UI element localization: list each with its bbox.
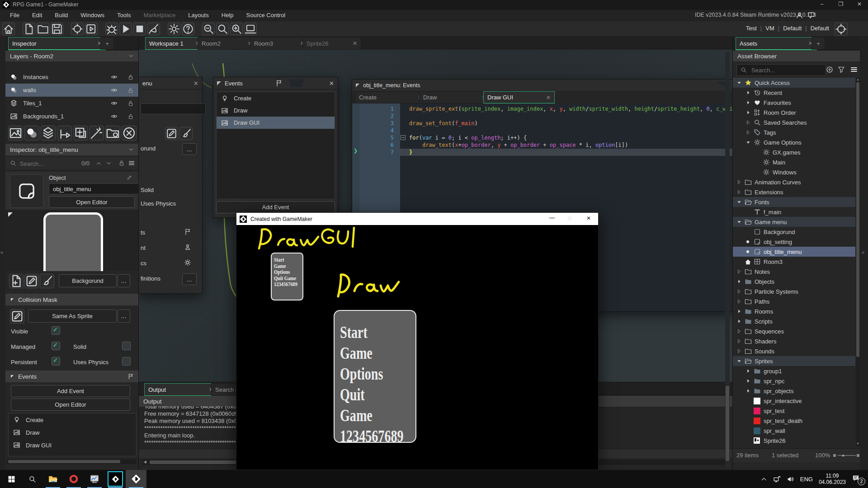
menu-help[interactable]: Help — [215, 10, 240, 20]
network-icon[interactable] — [773, 475, 781, 483]
caret-right-icon[interactable] — [736, 309, 742, 314]
menu-edit[interactable]: Edit — [26, 10, 48, 20]
asset-particle-systems[interactable]: Particle Systems — [733, 286, 855, 296]
asset-spr-interactive[interactable]: spr_interactive — [733, 396, 855, 406]
edit-mask-button[interactable] — [10, 309, 24, 324]
taskbar-gamemaker-ide[interactable] — [105, 470, 126, 488]
preview-corner-handle[interactable] — [8, 212, 13, 217]
lock-icon[interactable] — [127, 87, 134, 94]
event-item-draw[interactable]: Draw — [217, 104, 335, 117]
debug-button[interactable] — [105, 23, 118, 35]
caret-right-icon[interactable] — [745, 130, 751, 135]
caret-right-icon[interactable] — [736, 338, 742, 344]
menu-file[interactable]: File — [4, 10, 26, 20]
taskbar-opera-browser[interactable] — [63, 470, 84, 488]
scroll-left-arrow-icon[interactable]: ◀ — [143, 460, 146, 464]
menu-layouts[interactable]: Layouts — [182, 10, 215, 20]
sprite-select-button[interactable]: Backgorund — [59, 274, 117, 287]
caret-down-icon[interactable] — [745, 140, 751, 145]
object-name-field[interactable]: obj_title_menu — [49, 183, 141, 194]
taskbar-task-manager[interactable] — [84, 470, 105, 488]
menu-tools[interactable]: Tools — [111, 10, 137, 20]
pencil-icon[interactable] — [127, 174, 132, 180]
asset-wind-ows[interactable]: Wind​ows — [733, 167, 855, 177]
asset-animation-curves[interactable]: Animation Curves — [733, 177, 855, 187]
delete-layer-button[interactable] — [122, 126, 137, 141]
asset-tags[interactable]: Tags — [733, 127, 855, 137]
minimize-button[interactable]: – — [813, 1, 831, 7]
minimize-button[interactable]: — — [545, 215, 559, 221]
same-as-sprite-button[interactable]: Same As Sprite — [28, 310, 117, 323]
caret-right-icon[interactable] — [736, 289, 742, 294]
game-window[interactable]: Created with GameMaker — □ ✕ Start GameO… — [236, 212, 599, 470]
zoom-reset-button[interactable] — [216, 23, 229, 35]
layers-header[interactable]: Layers - Room2 — [5, 51, 138, 61]
collision-mask-header[interactable]: Collision Mask — [5, 294, 138, 305]
add-asset-layer-button[interactable] — [73, 126, 88, 141]
object-thumbnail[interactable] — [10, 174, 43, 208]
asset-scripts[interactable]: Scripts — [733, 316, 855, 326]
create-executable-button[interactable] — [85, 23, 98, 35]
asset-room-order[interactable]: Room Order — [733, 108, 855, 117]
lock-icon[interactable] — [127, 113, 134, 120]
edit-sprite-button[interactable] — [24, 274, 39, 288]
caret-right-icon[interactable] — [736, 348, 742, 354]
visibility-eye-icon[interactable] — [111, 100, 118, 107]
caret-right-icon[interactable] — [745, 368, 751, 374]
asset-spr-objects[interactable]: spr_objects — [733, 386, 855, 396]
partial-object-window[interactable]: enu ✕ orund … Solid Uses Physics ts nt c… — [139, 77, 203, 294]
lock-icon[interactable] — [127, 74, 134, 80]
code-line-5[interactable]: 5for(var i = 0; i < op_length; i++) {− — [352, 134, 732, 141]
assets-search-input[interactable] — [750, 66, 811, 74]
visibility-eye-icon[interactable] — [111, 74, 118, 80]
stop-button[interactable] — [133, 23, 146, 35]
code-line-3[interactable]: 3draw_set_font(f_main) — [352, 120, 732, 127]
add-tile-layer-button[interactable] — [41, 126, 56, 141]
asset-game-menu[interactable]: Game menu — [733, 217, 855, 227]
asset-room3[interactable]: Room3 — [733, 257, 855, 267]
add-asset-icon[interactable] — [826, 66, 833, 73]
add-background-layer-button[interactable] — [8, 126, 23, 141]
taskbar-windows-search[interactable] — [22, 470, 42, 488]
asset-spr-test[interactable]: spr_test — [733, 406, 855, 416]
tab-sprite26[interactable]: Sprite26✕ — [302, 37, 361, 50]
partial-more-button-2[interactable]: … — [182, 273, 197, 285]
layer-row-backgrounds_1[interactable]: Backgrounds_1 — [5, 110, 138, 123]
event-item-draw[interactable]: Draw — [9, 426, 136, 439]
close-icon[interactable]: ✕ — [329, 80, 334, 87]
asset-obj-setting[interactable]: obj_setting — [733, 237, 855, 247]
caret-right-icon[interactable] — [736, 279, 742, 284]
add-effect-layer-button[interactable] — [89, 126, 104, 141]
caret-down-icon[interactable] — [736, 219, 742, 225]
clean-button[interactable] — [147, 23, 160, 35]
tab-workspace-1[interactable]: Workspace 1✕ — [145, 37, 204, 50]
caret-right-icon[interactable] — [745, 378, 751, 384]
code-line-1[interactable]: 1draw_sprite_ext(sprite_index, image_ind… — [352, 105, 732, 113]
hamburger-icon[interactable] — [850, 66, 858, 73]
tab-room3[interactable]: Room3✕ — [250, 37, 309, 50]
checkbox-managed[interactable] — [52, 342, 60, 350]
checkbox-visible[interactable] — [52, 326, 60, 335]
add-instance-layer-button[interactable] — [24, 126, 39, 141]
asset-fonts[interactable]: Fonts — [733, 197, 855, 207]
add-tab-button[interactable]: + — [100, 37, 114, 50]
asset-gx-games[interactable]: GX.games — [733, 147, 855, 157]
add-folder-layer-button[interactable] — [105, 126, 120, 141]
caret-right-icon[interactable] — [745, 90, 751, 95]
caret-right-icon[interactable] — [736, 328, 742, 334]
hamburger-icon[interactable] — [128, 160, 135, 166]
game-viewport[interactable]: Start GameOptionsQuit Game1234567689 Sta… — [236, 225, 598, 469]
asset-paths[interactable]: Paths — [733, 296, 855, 306]
assets-search-box[interactable] — [736, 64, 826, 76]
zoom-slider-thumb[interactable]: ▲ — [841, 453, 845, 457]
inspector-hscrollbar[interactable] — [7, 459, 137, 464]
scroll-down-arrow-icon[interactable]: ▼ — [856, 442, 859, 445]
asset-saved-searches[interactable]: Saved Searches — [733, 117, 855, 127]
close-icon[interactable]: ✕ — [193, 80, 198, 87]
open-editor-button[interactable]: Open Editor — [49, 196, 135, 208]
asset-backgorund[interactable]: Backgorund — [733, 227, 855, 237]
asset-sounds[interactable]: Sounds — [733, 346, 855, 356]
asset-main[interactable]: Main — [733, 157, 855, 167]
caret-right-icon[interactable] — [736, 179, 742, 185]
partial-window-titlebar[interactable]: enu ✕ — [139, 77, 202, 89]
